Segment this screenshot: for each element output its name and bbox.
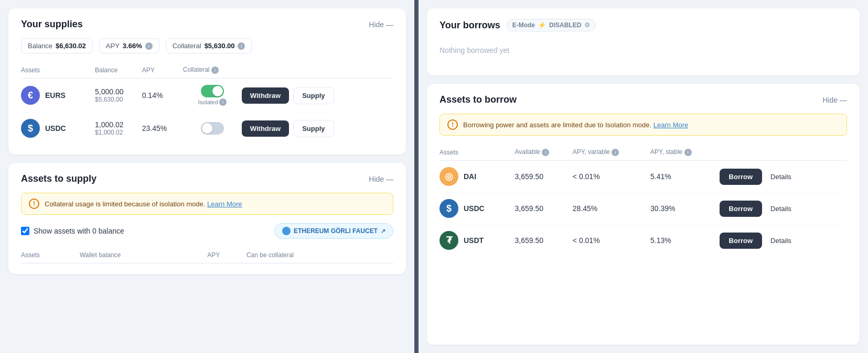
- supply-assets-hide-button[interactable]: Hide —: [369, 175, 393, 183]
- your-supplies-card: Your supplies Hide — Balance $6,630.02 A…: [8, 8, 406, 155]
- supply-button[interactable]: Supply: [293, 120, 334, 137]
- borrow-asset-name: USDT: [464, 236, 484, 245]
- supplies-hide-button[interactable]: Hide —: [369, 20, 393, 29]
- borrow-asset-cell: $ USDC: [440, 193, 515, 225]
- th-apy: APY: [142, 62, 183, 79]
- supply-learn-more-link[interactable]: Learn More: [207, 200, 242, 208]
- supply-collateral-cell: [183, 113, 242, 145]
- collateral-toggle[interactable]: [201, 122, 224, 135]
- available-info-icon[interactable]: i: [542, 149, 549, 156]
- borrow-button[interactable]: Borrow: [720, 169, 763, 185]
- th-assets: Assets: [21, 62, 95, 79]
- supply-button[interactable]: Supply: [293, 87, 334, 104]
- th-apy2: APY: [207, 247, 247, 263]
- show-zero-checkbox[interactable]: [21, 227, 29, 235]
- details-button[interactable]: Details: [766, 169, 796, 185]
- th-balance: Balance: [95, 62, 142, 79]
- withdraw-button[interactable]: Withdraw: [242, 120, 289, 137]
- borrow-assets-hide-button[interactable]: Hide —: [822, 96, 847, 104]
- borrow-asset-cell: ◎ DAI: [440, 161, 515, 193]
- borrow-row: ₮ USDT 3,659.50 < 0.01% 5.13% Borrow Det…: [440, 225, 847, 257]
- supply-assets-title: Assets to supply: [21, 173, 97, 184]
- assets-to-borrow-card: Assets to borrow Hide — ! Borrowing powe…: [427, 84, 860, 345]
- collateral-toggle[interactable]: [201, 85, 224, 97]
- borrow-apy-var-cell: < 0.01%: [573, 225, 650, 257]
- supply-apy-cell: 0.14%: [142, 79, 183, 113]
- th-collateral: Collateral i: [183, 62, 242, 79]
- borrow-apy-var-cell: < 0.01%: [573, 161, 650, 193]
- emode-badge[interactable]: E-Mode ⚡ DISABLED ⚙: [507, 19, 596, 31]
- borrows-title: Your borrows: [440, 20, 500, 31]
- supplies-header: Your supplies Hide —: [21, 19, 393, 30]
- borrow-asset-icon: ₮: [440, 231, 458, 250]
- asset-icon: $: [21, 119, 40, 138]
- borrow-assets-header: Assets to borrow Hide —: [440, 94, 847, 105]
- th-b-available: Available i: [515, 144, 573, 161]
- supply-assets-header: Assets to supply Hide —: [21, 173, 393, 184]
- isolated-info-icon[interactable]: i: [219, 98, 227, 106]
- right-panel: Your borrows E-Mode ⚡ DISABLED ⚙ Nothing…: [419, 0, 868, 353]
- apy-var-info-icon[interactable]: i: [612, 149, 619, 156]
- supply-balance-cell: 5,000.00 $5,630.00: [95, 79, 142, 113]
- borrow-asset-icon: ◎: [440, 167, 458, 186]
- left-panel: Your supplies Hide — Balance $6,630.02 A…: [0, 0, 414, 353]
- th-b-actions: [720, 144, 847, 161]
- th-actions: [242, 62, 393, 79]
- show-zero-balance-row: Show assets with 0 balance: [21, 227, 124, 235]
- asset-icon: €: [21, 86, 40, 105]
- faucet-icon: [282, 227, 291, 235]
- supplies-table: Assets Balance APY Collateral i € EURS 5…: [21, 62, 393, 144]
- balance-chip: Balance $6,630.02: [21, 38, 93, 53]
- supply-row: $ USDC 1,000.02 $1,000.02 23.45% Withdra…: [21, 113, 393, 145]
- supplies-title: Your supplies: [21, 19, 83, 30]
- borrow-asset-icon: $: [440, 199, 458, 218]
- emode-flash-icon: ⚡: [538, 21, 546, 29]
- borrow-available-cell: 3,659.50: [515, 161, 573, 193]
- apy-chip: APY 3.66% i: [99, 38, 159, 53]
- vertical-divider: [414, 0, 419, 353]
- borrow-asset-name: USDC: [464, 204, 485, 213]
- borrow-warning-icon: !: [447, 119, 458, 130]
- supply-collateral-cell: Isolated i: [183, 79, 242, 113]
- supply-actions-cell: Withdraw Supply: [242, 113, 393, 145]
- details-button[interactable]: Details: [766, 201, 796, 217]
- assets-to-supply-card: Assets to supply Hide — ! Collateral usa…: [8, 163, 406, 274]
- warning-icon: !: [29, 198, 39, 209]
- apy-info-icon[interactable]: i: [145, 42, 153, 50]
- th-wallet-balance: Wallet balance: [80, 247, 207, 263]
- collateral-header-info-icon[interactable]: i: [211, 67, 219, 74]
- faucet-button[interactable]: ETHEREUM GÖRLI FAUCET ↗: [274, 223, 393, 239]
- th-can-collateral: Can be collateral: [247, 247, 393, 263]
- supply-warning-banner: ! Collateral usage is limited because of…: [21, 193, 393, 215]
- details-button[interactable]: Details: [766, 233, 796, 249]
- supply-row: € EURS 5,000.00 $5,630.00 0.14% Isolated…: [21, 79, 393, 113]
- show-zero-label[interactable]: Show assets with 0 balance: [34, 227, 124, 235]
- borrow-assets-title: Assets to borrow: [440, 94, 517, 105]
- borrow-row: $ USDC 3,659.50 28.45% 30.39% Borrow Det…: [440, 193, 847, 225]
- th-b-apy-var: APY, variable i: [573, 144, 650, 161]
- borrows-header: Your borrows E-Mode ⚡ DISABLED ⚙: [440, 19, 847, 31]
- borrow-apy-stable-cell: 30.39%: [650, 193, 720, 225]
- borrow-assets-table: Assets Available i APY, variable i APY, …: [440, 144, 847, 256]
- borrow-actions-cell: Borrow Details: [720, 193, 847, 225]
- borrow-available-cell: 3,659.50: [515, 193, 573, 225]
- apy-stable-info-icon[interactable]: i: [684, 149, 692, 156]
- supply-actions-cell: Withdraw Supply: [242, 79, 393, 113]
- borrow-apy-stable-cell: 5.13%: [650, 225, 720, 257]
- supply-asset-cell: € EURS: [21, 79, 95, 113]
- nothing-borrowed-text: Nothing borrowed yet: [440, 36, 847, 65]
- th-b-apy-stable: APY, stable i: [650, 144, 720, 161]
- borrow-row: ◎ DAI 3,659.50 < 0.01% 5.41% Borrow Deta…: [440, 161, 847, 193]
- borrow-button[interactable]: Borrow: [720, 201, 763, 217]
- th-b-assets: Assets: [440, 144, 515, 161]
- borrow-asset-name: DAI: [464, 172, 476, 181]
- borrow-learn-more-link[interactable]: Learn More: [653, 121, 688, 129]
- emode-gear-icon: ⚙: [584, 21, 590, 29]
- borrow-asset-cell: ₮ USDT: [440, 225, 515, 257]
- supply-assets-table: Assets Wallet balance APY Can be collate…: [21, 247, 393, 263]
- withdraw-button[interactable]: Withdraw: [242, 87, 289, 104]
- th-assets2: Assets: [21, 247, 80, 263]
- borrow-button[interactable]: Borrow: [720, 233, 763, 249]
- borrow-apy-stable-cell: 5.41%: [650, 161, 720, 193]
- collateral-info-icon[interactable]: i: [238, 42, 245, 50]
